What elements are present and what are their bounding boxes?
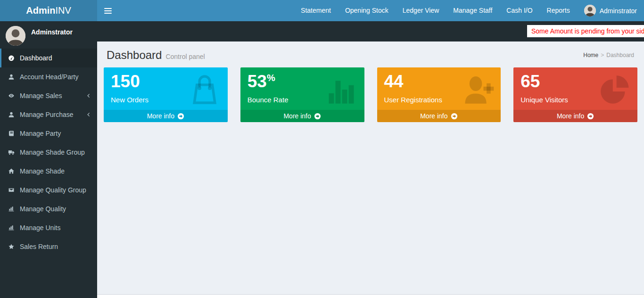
navbar-item-statement: Statement — [294, 0, 338, 21]
info-box-unique-visitors: 65Unique VisitorsMore info — [513, 67, 637, 122]
brand-logo[interactable]: AdminINV — [0, 0, 97, 21]
navbar-link-opening-stock[interactable]: Opening Stock — [338, 0, 396, 21]
star-icon — [7, 243, 16, 250]
navbar-link-statement[interactable]: Statement — [294, 0, 338, 21]
info-box-new-orders: 150New OrdersMore info — [104, 67, 228, 122]
sidebar-item-manage-shade-group[interactable]: Manage Shade Group — [0, 143, 97, 162]
info-box-inner: 44User Registrations — [377, 67, 501, 110]
eye-icon — [7, 92, 16, 99]
arrow-circle-icon — [177, 113, 184, 120]
page-subtitle: Control panel — [165, 53, 205, 60]
truck-icon — [7, 149, 16, 156]
sidebar-item-label: Account Head/Party — [20, 73, 79, 81]
sidebar-menu: DashboardAccount Head/PartyManage SalesM… — [0, 49, 97, 256]
navbar-link-manage-staff[interactable]: Manage Staff — [446, 0, 499, 21]
info-box-value-suffix: % — [267, 73, 275, 83]
envelope-icon — [7, 187, 16, 193]
home-icon — [7, 168, 16, 174]
sidebar-item-label: Dashboard — [20, 54, 52, 62]
sidebar-item-manage-quality[interactable]: Manage Quality — [0, 199, 97, 218]
more-info-link-new-orders[interactable]: More info — [104, 110, 228, 122]
sidebar-item-manage-shade[interactable]: Manage Shade — [0, 162, 97, 181]
sidebar-user-name: Adminstrator — [31, 28, 73, 36]
info-box-user-registrations: 44User RegistrationsMore info — [377, 67, 501, 122]
info-box-inner: 53%Bounce Rate — [240, 67, 364, 110]
navbar-right: StatementOpening StockLedger ViewManage … — [294, 0, 644, 21]
sidebar-item-label: Manage Purchase — [20, 111, 74, 118]
more-info-link-bounce-rate[interactable]: More info — [240, 110, 364, 122]
bar-chart-icon — [7, 224, 16, 231]
arrow-circle-icon — [587, 113, 594, 120]
info-box-value: 150 — [111, 72, 223, 92]
sidebar-item-label: Manage Units — [20, 224, 60, 232]
info-box-value: 53% — [248, 72, 360, 92]
sidebar-item-label: Manage Party — [20, 130, 61, 137]
more-info-link-unique-visitors[interactable]: More info — [513, 110, 637, 122]
brand-light: INV — [55, 5, 71, 16]
info-boxes-row: 150New OrdersMore info53%Bounce RateMore… — [104, 67, 637, 122]
info-box-label: User Registrations — [384, 96, 496, 104]
sidebar: Adminstrator DashboardAccount Head/Party… — [0, 21, 97, 298]
sidebar-item-account-head-party[interactable]: Account Head/Party — [0, 67, 97, 86]
navbar-menu: StatementOpening StockLedger ViewManage … — [294, 0, 577, 21]
page-footer — [97, 294, 644, 298]
hamburger-icon — [104, 8, 112, 9]
pending-amount-notice: Some Amount is pending from your side.Pl… — [527, 25, 644, 37]
sidebar-item-label: Manage Quality Group — [20, 186, 86, 194]
arrow-circle-icon — [451, 113, 458, 120]
sidebar-item-manage-sales[interactable]: Manage Sales — [0, 86, 97, 105]
info-box-value: 65 — [520, 72, 633, 92]
sidebar-toggle-button[interactable] — [97, 0, 119, 21]
navbar-user-name: Adminstrator — [600, 7, 637, 15]
book-icon — [7, 130, 16, 137]
breadcrumb-current: Dashboard — [606, 52, 634, 58]
breadcrumb-separator: > — [601, 52, 604, 58]
sidebar-item-label: Sales Return — [20, 243, 58, 250]
more-info-link-user-registrations[interactable]: More info — [377, 110, 501, 122]
info-box-label: New Orders — [111, 96, 223, 104]
sidebar-item-label: Manage Quality — [20, 205, 66, 213]
info-box-label: Unique Visitors — [520, 96, 633, 104]
sidebar-item-dashboard[interactable]: Dashboard — [0, 49, 97, 67]
breadcrumb: Home>Dashboard — [583, 52, 634, 58]
content-area: Dashboard Control panel Home>Dashboard 1… — [97, 41, 644, 294]
navbar-link-reports[interactable]: Reports — [540, 0, 577, 21]
bar-chart-icon — [7, 206, 16, 212]
info-box-label: Bounce Rate — [248, 96, 360, 104]
sidebar-item-label: Manage Shade Group — [20, 149, 85, 156]
navbar-item-ledger-view: Ledger View — [396, 0, 446, 21]
breadcrumb-home-link[interactable]: Home — [583, 52, 598, 58]
chevron-left-icon — [86, 93, 91, 99]
navbar-item-opening-stock: Opening Stock — [338, 0, 396, 21]
navbar-item-reports: Reports — [540, 0, 577, 21]
sidebar-user-avatar — [6, 26, 25, 46]
info-box-bounce-rate: 53%Bounce RateMore info — [240, 67, 364, 122]
chevron-left-icon — [86, 112, 91, 117]
info-box-inner: 150New Orders — [104, 67, 228, 110]
content-header: Dashboard Control panel — [107, 49, 635, 62]
info-box-value: 44 — [384, 72, 496, 92]
navbar-item-manage-staff: Manage Staff — [446, 0, 499, 21]
navbar-user-menu[interactable]: Adminstrator — [577, 5, 644, 17]
sidebar-item-sales-return[interactable]: Sales Return — [0, 237, 97, 256]
user-avatar — [584, 5, 596, 17]
user-icon — [7, 74, 16, 80]
arrow-circle-icon — [314, 113, 321, 120]
sidebar-item-label: Manage Sales — [20, 92, 62, 99]
header-strip: Some Amount is pending from your side.Pl… — [97, 21, 644, 41]
sidebar-item-manage-units[interactable]: Manage Units — [0, 218, 97, 237]
user-icon — [7, 111, 16, 118]
sidebar-item-manage-party[interactable]: Manage Party — [0, 124, 97, 143]
sidebar-item-manage-purchase[interactable]: Manage Purchase — [0, 105, 97, 124]
brand-bold: Admin — [26, 5, 55, 16]
sidebar-item-manage-quality-group[interactable]: Manage Quality Group — [0, 181, 97, 199]
gauge-icon — [7, 55, 16, 61]
info-box-inner: 65Unique Visitors — [513, 67, 637, 110]
sidebar-item-label: Manage Shade — [20, 167, 65, 175]
page-title: Dashboard — [107, 49, 162, 62]
navbar-link-ledger-view[interactable]: Ledger View — [396, 0, 446, 21]
sidebar-user-panel: Adminstrator — [0, 21, 97, 49]
navbar-item-cash-i-o: Cash I/O — [499, 0, 539, 21]
navbar-link-cash-i-o[interactable]: Cash I/O — [499, 0, 539, 21]
top-navbar: AdminINV StatementOpening StockLedger Vi… — [0, 0, 644, 21]
